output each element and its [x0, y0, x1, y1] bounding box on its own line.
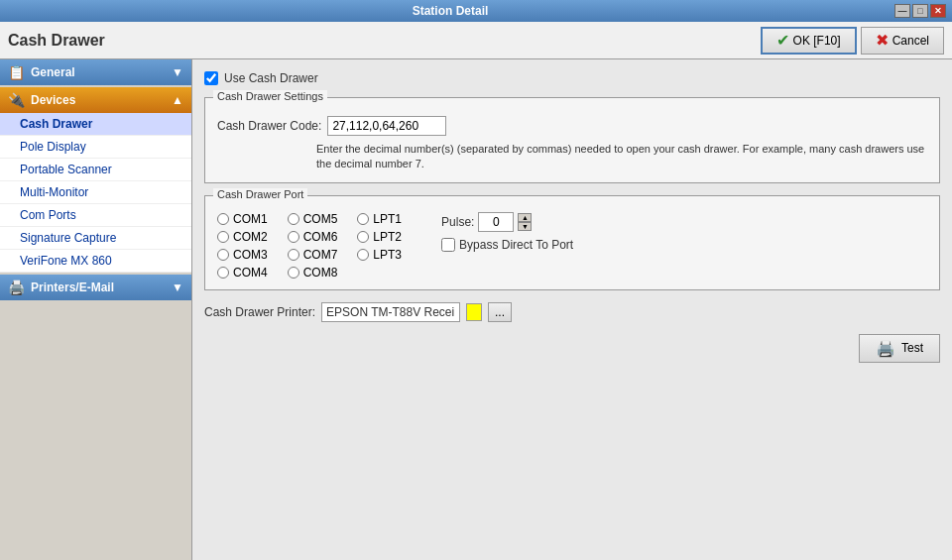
radio-com6: COM6	[288, 230, 338, 244]
check-icon: ✔	[776, 31, 789, 50]
pulse-spinner: ▲ ▼	[518, 213, 532, 231]
pulse-label: Pulse:	[441, 215, 474, 229]
radio-com2: COM2	[217, 230, 268, 244]
sidebar-general-label: General	[31, 65, 75, 79]
sidebar-item-com-ports[interactable]: Com Ports	[0, 204, 191, 227]
page-title: Cash Drawer	[8, 32, 757, 50]
titlebar-buttons: — □ ✕	[894, 4, 946, 18]
test-label: Test	[901, 341, 923, 355]
sidebar-item-pole-display[interactable]: Pole Display	[0, 136, 191, 159]
sidebar-item-portable-scanner[interactable]: Portable Scanner	[0, 159, 191, 181]
radio-com2-input[interactable]	[217, 231, 229, 243]
radio-com3-input[interactable]	[217, 249, 229, 261]
radio-lpt2-input[interactable]	[357, 231, 369, 243]
radio-com8: COM8	[288, 266, 338, 280]
devices-chevron-icon: ▲	[172, 93, 183, 107]
cancel-label: Cancel	[892, 34, 929, 48]
devices-items: Cash Drawer Pole Display Portable Scanne…	[0, 113, 191, 273]
sidebar-devices-label: Devices	[31, 93, 75, 107]
radio-lpt2: LPT2	[357, 230, 402, 244]
radio-com5: COM5	[288, 212, 338, 226]
printer-input[interactable]	[321, 302, 460, 322]
sidebar-section-printers: 🖨️ Printers/E-Mail ▼	[0, 275, 191, 300]
sidebar: 📋 General ▼ 🔌 Devices ▲ Cash Drawer	[0, 59, 192, 560]
x-icon: ✖	[876, 31, 889, 50]
cash-drawer-port-group: Cash Drawer Port COM1 COM2	[204, 195, 940, 290]
port-content: COM1 COM2 COM3 COM4	[217, 212, 927, 280]
sidebar-item-verifone[interactable]: VeriFone MX 860	[0, 250, 191, 273]
content-area: 📋 General ▼ 🔌 Devices ▲ Cash Drawer	[0, 59, 952, 560]
radio-lpt1-input[interactable]	[357, 213, 369, 225]
radio-com7-input[interactable]	[288, 249, 299, 261]
printer-label: Cash Drawer Printer:	[204, 305, 315, 319]
toolbar: Cash Drawer ✔ OK [F10] ✖ Cancel	[0, 22, 952, 59]
printer-row: Cash Drawer Printer: ...	[204, 302, 940, 322]
titlebar-title: Station Detail	[6, 4, 894, 18]
radio-com8-input[interactable]	[288, 267, 299, 279]
port-col-1: COM1 COM2 COM3 COM4	[217, 212, 268, 280]
cancel-button[interactable]: ✖ Cancel	[861, 27, 944, 55]
code-input[interactable]	[327, 116, 446, 136]
sidebar-header-printers[interactable]: 🖨️ Printers/E-Mail ▼	[0, 275, 191, 300]
hint-text: Enter the decimal number(s) (separated b…	[316, 142, 927, 172]
cash-drawer-settings-group: Cash Drawer Settings Cash Drawer Code: E…	[204, 97, 940, 183]
use-cash-drawer-checkbox[interactable]	[204, 71, 218, 85]
radio-com4: COM4	[217, 266, 268, 280]
devices-icon: 🔌	[8, 92, 25, 108]
code-label: Cash Drawer Code:	[217, 119, 321, 133]
sidebar-section-general: 📋 General ▼	[0, 59, 191, 85]
pulse-row: Pulse: ▲ ▼	[441, 212, 573, 232]
test-icon: 🖨️	[876, 339, 895, 358]
use-cash-drawer-label: Use Cash Drawer	[224, 71, 318, 85]
sidebar-header-devices[interactable]: 🔌 Devices ▲	[0, 87, 191, 113]
minimize-button[interactable]: —	[894, 4, 910, 18]
settings-group-title: Cash Drawer Settings	[213, 90, 327, 102]
sidebar-header-general[interactable]: 📋 General ▼	[0, 59, 191, 85]
radio-com3: COM3	[217, 248, 268, 262]
radio-com7: COM7	[288, 248, 338, 262]
close-button[interactable]: ✕	[930, 4, 946, 18]
sidebar-item-multi-monitor[interactable]: Multi-Monitor	[0, 181, 191, 204]
bypass-row: Bypass Direct To Port	[441, 238, 573, 252]
radio-com4-input[interactable]	[217, 267, 229, 279]
pulse-down-button[interactable]: ▼	[518, 222, 532, 231]
radio-lpt3-input[interactable]	[357, 249, 369, 261]
maximize-button[interactable]: □	[912, 4, 928, 18]
printers-chevron-icon: ▼	[172, 280, 183, 294]
main-panel: Use Cash Drawer Cash Drawer Settings Cas…	[192, 59, 952, 560]
radio-com1: COM1	[217, 212, 268, 226]
sidebar-item-signature-capture[interactable]: Signature Capture	[0, 227, 191, 250]
ok-button[interactable]: ✔ OK [F10]	[761, 27, 857, 55]
ok-label: OK [F10]	[793, 34, 841, 48]
bypass-label: Bypass Direct To Port	[459, 238, 573, 252]
code-row: Cash Drawer Code:	[217, 116, 927, 136]
radio-com1-input[interactable]	[217, 213, 229, 225]
sidebar-section-devices: 🔌 Devices ▲ Cash Drawer Pole Display Por…	[0, 87, 191, 273]
pulse-input[interactable]	[478, 212, 514, 232]
port-group-title: Cash Drawer Port	[213, 188, 307, 200]
sidebar-item-cash-drawer[interactable]: Cash Drawer	[0, 113, 191, 136]
test-button[interactable]: 🖨️ Test	[859, 334, 940, 363]
pulse-section: Pulse: ▲ ▼ Bypass Direct To Port	[441, 212, 573, 252]
printer-select-button[interactable]	[466, 303, 482, 321]
main-window: Cash Drawer ✔ OK [F10] ✖ Cancel 📋 Genera…	[0, 22, 952, 560]
printers-icon: 🖨️	[8, 280, 25, 295]
general-chevron-icon: ▼	[172, 65, 183, 79]
bypass-checkbox[interactable]	[441, 238, 455, 252]
radio-lpt1: LPT1	[357, 212, 402, 226]
titlebar: Station Detail — □ ✕	[0, 0, 952, 22]
radio-lpt3: LPT3	[357, 248, 402, 262]
pulse-up-button[interactable]: ▲	[518, 213, 532, 222]
radio-com6-input[interactable]	[288, 231, 299, 243]
sidebar-printers-label: Printers/E-Mail	[31, 280, 114, 294]
radio-com5-input[interactable]	[288, 213, 299, 225]
browse-button[interactable]: ...	[488, 302, 512, 322]
test-section: 🖨️ Test	[204, 334, 940, 363]
port-col-3: LPT1 LPT2 LPT3	[357, 212, 402, 262]
general-icon: 📋	[8, 64, 25, 80]
use-cash-drawer-row: Use Cash Drawer	[204, 71, 940, 85]
port-col-2: COM5 COM6 COM7 COM8	[288, 212, 338, 280]
